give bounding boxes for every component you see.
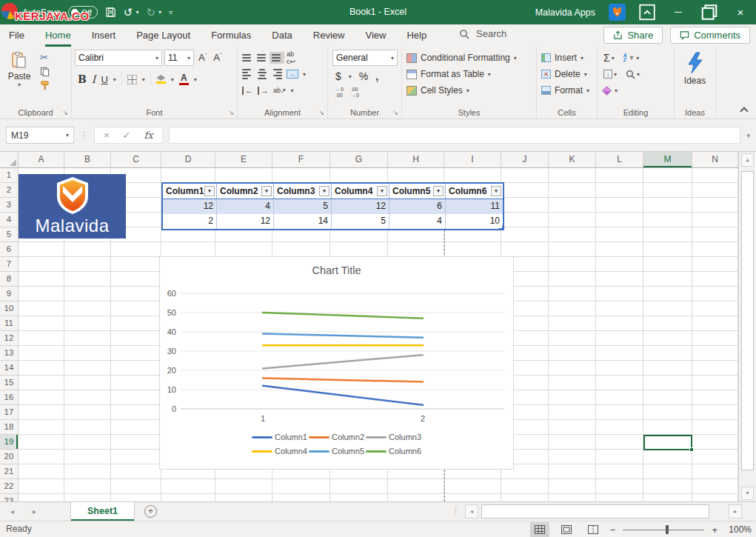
percent-style-button[interactable]: % [359,70,368,82]
tab-home[interactable]: Home [45,24,71,47]
row-header-2[interactable]: 2 [0,183,18,198]
page-layout-view-button[interactable] [557,522,576,537]
active-cell-selection[interactable] [643,435,692,450]
table-cell[interactable]: 10 [446,214,503,229]
clipboard-dialog-launcher[interactable]: ↘ [62,110,68,116]
row-header-16[interactable]: 16 [0,390,18,405]
collapse-ribbon-button[interactable] [740,107,748,115]
tab-data[interactable]: Data [272,24,292,47]
decrease-font-size-button[interactable]: Aˇ [211,52,224,63]
row-header-9[interactable]: 9 [0,287,18,301]
filter-dropdown-button[interactable]: ▾ [261,186,272,196]
cut-icon[interactable]: ✂ [40,53,50,62]
increase-indent-button[interactable]: → [258,87,269,95]
middle-align-button[interactable] [257,54,267,61]
name-box[interactable]: M19 ▾ [6,127,74,144]
table-cell[interactable]: 12 [332,199,389,214]
bold-button[interactable]: B [78,73,87,85]
merge-center-button[interactable]: ↔ [287,70,298,79]
search[interactable]: Search [459,28,506,39]
fill-color-button[interactable] [156,75,166,84]
tab-review[interactable]: Review [313,24,345,47]
previous-sheet-button[interactable]: ◂ [10,507,14,516]
new-sheet-button[interactable]: + [144,505,157,518]
column-header-C[interactable]: C [111,152,161,167]
zoom-slider-handle[interactable] [666,525,669,534]
row-header-7[interactable]: 7 [0,257,18,272]
comma-style-button[interactable]: , [375,70,378,82]
filter-dropdown-button[interactable]: ▾ [319,186,330,196]
row-header-12[interactable]: 12 [0,331,18,346]
paste-button[interactable]: Paste ▾ [3,50,36,90]
underline-caret[interactable]: ▾ [113,76,116,83]
redo-button[interactable]: ↻ [146,7,155,18]
decrease-decimal-button[interactable]: .00→0 [351,87,359,98]
fill-color-caret[interactable]: ▾ [171,76,174,83]
expand-formula-bar-icon[interactable]: ▾ [746,132,750,139]
scroll-left-button[interactable]: ◂ [465,504,478,518]
comments-button[interactable]: Comments [670,27,750,44]
tab-page-layout[interactable]: Page Layout [136,24,190,47]
quick-access-customize-icon[interactable]: ▿ [169,9,173,16]
row-header-6[interactable]: 6 [0,242,18,257]
delete-cells-button[interactable]: ✕ Delete ▾ [540,66,594,82]
zoom-in-button[interactable]: + [712,524,717,536]
table-cell[interactable]: 4 [389,214,446,229]
cells-area[interactable]: Malavida Column1▾Column2▾Column3▾Column4… [19,168,738,501]
chart-object[interactable]: Chart Title 010203040506012 Column1Colum… [159,256,514,470]
tab-insert[interactable]: Insert [92,24,116,47]
wrap-text-button[interactable]: abc↩ [287,50,295,65]
row-header-15[interactable]: 15 [0,376,18,390]
row-header-13[interactable]: 13 [0,346,18,361]
align-left-button[interactable] [242,69,252,79]
column-header-H[interactable]: H [388,152,444,167]
accounting-caret[interactable]: ▾ [349,73,352,80]
column-header-A[interactable]: A [19,152,64,167]
table-cell[interactable]: 14 [274,214,332,229]
share-button[interactable]: Share [603,27,663,44]
row-header-21[interactable]: 21 [0,464,18,479]
copy-icon[interactable] [40,67,50,76]
insert-function-button[interactable]: fx [144,130,153,140]
find-select-button[interactable]: ▾ [626,70,640,79]
table-resize-handle[interactable] [499,225,504,230]
row-header-23[interactable]: 23 [0,494,18,501]
font-color-caret[interactable]: ▾ [194,76,197,83]
tab-file[interactable]: File [9,24,24,47]
clear-button[interactable]: ▾ [603,87,618,94]
decrease-indent-button[interactable]: ← [242,87,253,95]
app-account-label[interactable]: Malavida Apps [535,7,595,18]
filter-dropdown-button[interactable]: ▾ [204,186,215,196]
font-dialog-launcher[interactable]: ↘ [228,110,234,116]
table-cell[interactable]: 6 [389,199,446,214]
next-sheet-button[interactable]: ▸ [33,507,36,516]
vertical-scrollbar[interactable]: ▴ ▾ [738,152,756,501]
increase-font-size-button[interactable]: Aˆ [196,52,209,63]
table-cell[interactable]: 12 [217,214,274,229]
conditional-formatting-button[interactable]: Conditional Formatting ▾ [405,50,533,66]
table-cell[interactable]: 5 [274,199,332,214]
format-painter-icon[interactable] [40,81,50,90]
row-header-19[interactable]: 19 [0,435,18,450]
row-header-8[interactable]: 8 [0,272,18,287]
tab-view[interactable]: View [365,24,386,47]
fill-button[interactable]: ↓▾ [603,70,617,79]
format-cells-button[interactable]: Format ▾ [540,82,594,99]
row-header-1[interactable]: 1 [0,168,18,183]
accounting-format-button[interactable]: $ [335,70,341,82]
malavida-app-icon[interactable] [609,4,626,21]
undo-caret[interactable]: ▾ [136,9,138,16]
redo-caret[interactable]: ▾ [158,9,161,16]
alignment-dialog-launcher[interactable]: ↘ [318,110,324,116]
orientation-caret[interactable]: ▾ [291,87,294,94]
number-format-combo[interactable]: General▾ [332,50,398,66]
row-header-20[interactable]: 20 [0,450,18,464]
scroll-right-button[interactable]: ▸ [729,504,742,518]
table-cell[interactable]: 2 [163,214,217,229]
save-icon[interactable] [105,7,116,18]
row-header-5[interactable]: 5 [0,227,18,242]
row-header-22[interactable]: 22 [0,479,18,494]
table-cell[interactable]: 5 [332,214,389,229]
insert-cells-button[interactable]: Insert ▾ [540,50,594,66]
column-header-B[interactable]: B [64,152,111,167]
